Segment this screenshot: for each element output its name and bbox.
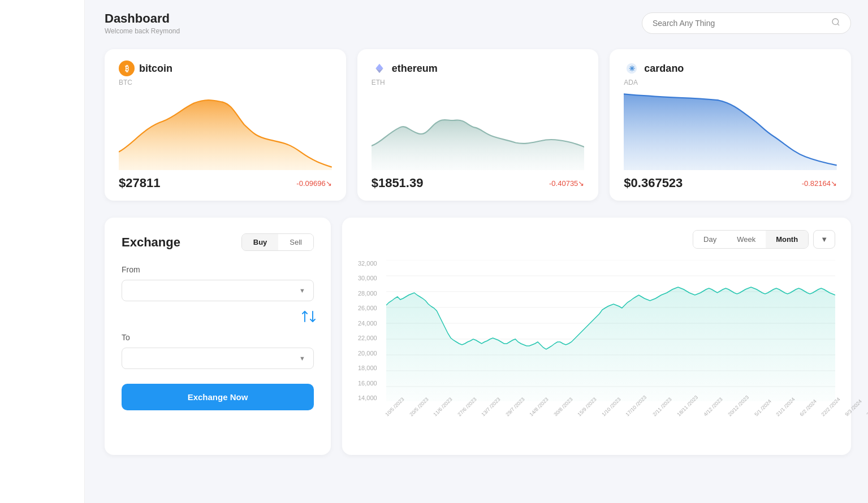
- x-label-20: 25/3 /2024: [865, 396, 868, 417]
- cardano-price: $0.367523: [624, 176, 683, 190]
- bitcoin-name: bitcoin: [139, 63, 172, 75]
- ethereum-price: $1851.39: [372, 176, 424, 190]
- week-tab[interactable]: Week: [727, 231, 766, 248]
- y-label-3: 26,000: [358, 305, 377, 311]
- cardano-footer: $0.367523 -0.82164↘: [624, 176, 837, 190]
- cardano-symbol: ADA: [624, 79, 837, 86]
- y-label-7: 18,000: [358, 365, 377, 371]
- y-label-0: 32,000: [358, 260, 377, 267]
- swap-row: [122, 305, 314, 328]
- x-label-19: 9/3 /2024: [844, 398, 863, 418]
- y-label-8: 16,000: [358, 380, 377, 387]
- search-input[interactable]: [653, 19, 831, 28]
- page-subtitle: Welcome back Reymond: [105, 27, 180, 35]
- exchange-now-button[interactable]: Exchange Now: [122, 384, 314, 410]
- chart-header: Day Week Month ▼: [358, 230, 835, 249]
- buy-tab[interactable]: Buy: [242, 234, 279, 250]
- to-dropdown-arrow: ▼: [299, 355, 305, 362]
- bitcoin-symbol: BTC: [119, 79, 332, 86]
- to-label: To: [122, 333, 314, 342]
- chart-svg-wrap: [386, 260, 835, 401]
- from-dropdown-arrow: ▼: [299, 287, 305, 294]
- x-axis-labels: 10/5 /202320/5 /202311/6 /202327/6 /2023…: [386, 413, 835, 418]
- swap-button[interactable]: [299, 310, 316, 323]
- to-dropdown[interactable]: ▼: [122, 348, 314, 369]
- buy-sell-tabs: Buy Sell: [241, 233, 314, 251]
- chart-filter-arrow: ▼: [821, 235, 828, 244]
- y-axis-labels: 32,000 30,000 28,000 26,000 24,000 22,00…: [358, 260, 377, 401]
- bitcoin-card: ₿ bitcoin BTC $27811 -0.: [105, 49, 346, 201]
- y-label-5: 22,000: [358, 335, 377, 341]
- ethereum-card-header: ethereum: [372, 60, 585, 76]
- sell-tab[interactable]: Sell: [278, 234, 313, 250]
- svg-line-1: [837, 24, 839, 25]
- y-label-4: 24,000: [358, 320, 377, 327]
- header: Dashboard Welcome back Reymond: [105, 11, 851, 35]
- y-label-6: 20,000: [358, 350, 377, 357]
- ethereum-change: -0.40735↘: [549, 179, 584, 188]
- ethereum-chart: [372, 91, 585, 170]
- sidebar: [0, 0, 85, 503]
- exchange-title: Exchange: [122, 235, 180, 250]
- chart-filter-dropdown[interactable]: ▼: [813, 230, 835, 249]
- cardano-icon: ✳: [624, 60, 640, 76]
- svg-text:✳: ✳: [629, 64, 635, 73]
- main-chart-area: 32,000 30,000 28,000 26,000 24,000 22,00…: [358, 260, 835, 418]
- header-text: Dashboard Welcome back Reymond: [105, 11, 180, 35]
- ethereum-name: ethereum: [392, 63, 438, 75]
- bitcoin-change: -0.09696↘: [296, 179, 331, 188]
- y-label-2: 28,000: [358, 290, 377, 297]
- cardano-name: cardano: [644, 63, 684, 75]
- day-tab[interactable]: Day: [693, 231, 727, 248]
- cardano-card: ✳ cardano ADA $0.367523: [610, 49, 851, 201]
- from-dropdown[interactable]: ▼: [122, 280, 314, 301]
- main-content: Dashboard Welcome back Reymond ₿ bitcoin…: [88, 0, 868, 466]
- month-tab[interactable]: Month: [766, 231, 808, 248]
- y-label-9: 14,000: [358, 394, 377, 401]
- ethereum-card: ethereum ETH $1851.39 -0.40735↘: [357, 49, 599, 201]
- bitcoin-price: $27811: [119, 176, 160, 190]
- cardano-chart: [624, 91, 837, 170]
- chart-panel: Day Week Month ▼ 32,000 30,000 28,000 26…: [342, 218, 851, 455]
- page-title: Dashboard: [105, 11, 180, 26]
- search-icon: [831, 18, 840, 29]
- exchange-header: Exchange Buy Sell: [122, 233, 314, 251]
- bitcoin-chart: [119, 91, 332, 170]
- bitcoin-card-header: ₿ bitcoin: [119, 60, 332, 76]
- bitcoin-footer: $27811 -0.09696↘: [119, 176, 332, 190]
- ethereum-footer: $1851.39 -0.40735↘: [372, 176, 585, 190]
- bitcoin-icon: ₿: [119, 60, 135, 76]
- cardano-change: -0.82164↘: [802, 179, 837, 188]
- from-label: From: [122, 265, 314, 274]
- ethereum-icon: [372, 60, 387, 76]
- svg-point-0: [832, 19, 839, 25]
- bottom-section: Exchange Buy Sell From ▼ To: [105, 218, 851, 455]
- y-label-1: 30,000: [358, 275, 377, 281]
- time-tabs: Day Week Month: [693, 230, 809, 249]
- exchange-panel: Exchange Buy Sell From ▼ To: [105, 218, 331, 455]
- cardano-card-header: ✳ cardano: [624, 60, 837, 76]
- search-bar[interactable]: [642, 12, 851, 34]
- ethereum-symbol: ETH: [372, 79, 585, 86]
- crypto-cards-row: ₿ bitcoin BTC $27811 -0.: [105, 49, 851, 201]
